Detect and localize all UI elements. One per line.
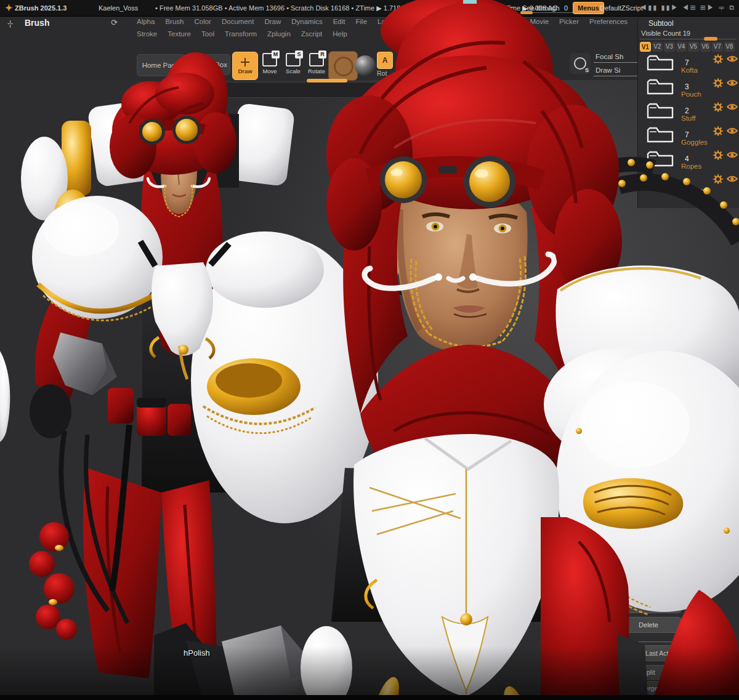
menu-layer[interactable]: Layer bbox=[378, 18, 395, 25]
scale-icon: S bbox=[286, 53, 301, 66]
tab-v3[interactable]: V3 bbox=[664, 42, 675, 52]
refresh-icon[interactable]: ⟳ bbox=[111, 18, 118, 27]
eye-icon[interactable] bbox=[727, 127, 738, 135]
tab-v1[interactable]: V1 bbox=[640, 42, 651, 52]
menu-help[interactable]: Help bbox=[333, 30, 347, 38]
brush-tooltip: hPolish bbox=[184, 648, 210, 658]
menu-picker[interactable]: Picker bbox=[559, 18, 579, 25]
subtool-row-goggles[interactable]: 7 Goggles bbox=[638, 124, 739, 148]
a-toggle-button[interactable]: A bbox=[377, 52, 393, 69]
see-through-slider-handle[interactable] bbox=[520, 11, 533, 14]
del-small-button-1[interactable]: D bbox=[685, 616, 708, 629]
eye-icon[interactable] bbox=[727, 55, 738, 63]
to-h-button[interactable]: To H bbox=[616, 565, 681, 581]
menu-draw[interactable]: Draw bbox=[264, 18, 281, 25]
copy-button[interactable]: Copy bbox=[616, 580, 681, 596]
delete-button[interactable]: Delete bbox=[616, 617, 681, 633]
active-tool-underline bbox=[307, 79, 347, 82]
menu-light[interactable]: Light bbox=[406, 18, 421, 25]
gear-icon[interactable] bbox=[713, 150, 724, 161]
menu-transform[interactable]: Transform bbox=[225, 30, 257, 38]
menu-dynamics[interactable]: Dynamics bbox=[291, 18, 322, 25]
menu-document[interactable]: Document bbox=[222, 18, 254, 25]
menu-brush[interactable]: Brush bbox=[165, 18, 184, 25]
tab-v6[interactable]: V6 bbox=[700, 42, 711, 52]
gear-icon[interactable] bbox=[713, 174, 724, 185]
brush-dial-icon[interactable] bbox=[570, 53, 591, 74]
gear-icon[interactable] bbox=[713, 54, 724, 65]
home-page-button[interactable]: Home Page bbox=[137, 54, 185, 76]
subtool-name: Kofta bbox=[681, 66, 698, 74]
subtool-row-kofta[interactable]: 7 Kofta bbox=[638, 52, 739, 76]
draw-size-slider[interactable]: Draw Si bbox=[596, 66, 639, 74]
rotate-button[interactable]: R Rotate bbox=[305, 53, 328, 74]
subtool-name: Pouch bbox=[681, 91, 701, 98]
draw-button[interactable]: Draw bbox=[232, 52, 258, 80]
zscript-label[interactable]: DefaultZScript bbox=[600, 4, 643, 12]
apply-last-action-button[interactable]: Apply Last Action To All Su bbox=[613, 645, 718, 661]
move-icon: M bbox=[262, 53, 277, 66]
visible-count-slider[interactable] bbox=[640, 39, 737, 39]
menu-macro[interactable]: Macro bbox=[432, 18, 451, 25]
sphere-icon[interactable] bbox=[355, 55, 376, 76]
move-button[interactable]: M Move bbox=[259, 53, 281, 74]
tab-v2[interactable]: V2 bbox=[652, 42, 663, 52]
gear-icon[interactable] bbox=[713, 102, 724, 113]
duplicate-button[interactable]: Duplicate bbox=[616, 597, 681, 613]
menu-movie[interactable]: Movie bbox=[530, 18, 549, 25]
folder-icon bbox=[647, 174, 675, 192]
menu-row-1: Alpha Brush Color Document Draw Dynamics… bbox=[137, 18, 693, 25]
eye-icon[interactable] bbox=[727, 79, 738, 87]
tab-v8[interactable]: V8 bbox=[724, 42, 735, 52]
subtool-row-stuff[interactable]: 2 Stuff bbox=[638, 100, 739, 124]
menu-zscript[interactable]: Zscript bbox=[301, 30, 323, 38]
subtool-panel: Subtool Visible Count 19 V1 V2 V3 V4 V5 … bbox=[637, 16, 739, 208]
focal-shift-slider[interactable]: Focal Sh bbox=[596, 53, 639, 60]
quicksave-button[interactable]: QuickSave bbox=[479, 4, 512, 12]
window-control-icons[interactable]: ◀▮▮ ▮▮▶ ◀⊞ ⊞▶ ᆕ ⧉ bbox=[640, 3, 735, 12]
eye-icon[interactable] bbox=[727, 103, 738, 111]
merge-button[interactable]: Merge bbox=[616, 681, 681, 696]
gear-icon[interactable] bbox=[713, 126, 724, 137]
menu-file[interactable]: File bbox=[356, 18, 368, 25]
menu-tool[interactable]: Tool bbox=[201, 30, 214, 38]
status-bar: ✦ ZBrush 2025.1.3 Kaelen_Voss • Free Mem… bbox=[0, 0, 739, 17]
subtool-name: Spheres bbox=[681, 187, 708, 194]
panel-title: Brush bbox=[25, 18, 49, 28]
scale-button[interactable]: S Scale bbox=[282, 53, 304, 74]
menu-stroke[interactable]: Stroke bbox=[137, 30, 157, 38]
subtool-tabs: V1 V2 V3 V4 V5 V6 V7 V8 bbox=[640, 42, 735, 52]
app-title: ZBrush 2025.1.3 bbox=[15, 4, 67, 12]
subtool-row-spheres[interactable]: Spheres bbox=[638, 172, 739, 196]
menu-zplugin[interactable]: Zplugin bbox=[267, 30, 291, 38]
menu-material[interactable]: Material bbox=[495, 18, 520, 25]
gear-icon[interactable] bbox=[713, 78, 724, 89]
project-name: Kaelen_Voss bbox=[99, 4, 138, 12]
menu-texture[interactable]: Texture bbox=[168, 30, 191, 38]
zbrush-window: ✦ ZBrush 2025.1.3 Kaelen_Voss • Free Mem… bbox=[0, 0, 739, 700]
subtool-row-pouch[interactable]: 3 Pouch bbox=[638, 76, 739, 100]
menu-color[interactable]: Color bbox=[194, 18, 211, 25]
tab-v4[interactable]: V4 bbox=[676, 42, 687, 52]
menu-alpha[interactable]: Alpha bbox=[137, 18, 155, 25]
menu-edit[interactable]: Edit bbox=[333, 18, 345, 25]
tab-v7[interactable]: V7 bbox=[712, 42, 723, 52]
split-button[interactable]: Split bbox=[616, 665, 681, 680]
focal-shift-track[interactable] bbox=[594, 62, 638, 63]
eye-icon[interactable] bbox=[727, 175, 738, 183]
lightbox-button[interactable]: LightBox bbox=[186, 54, 230, 75]
visible-count-handle[interactable] bbox=[704, 37, 717, 41]
folder-icon bbox=[647, 78, 675, 96]
a-toggle-label: Rot bbox=[377, 70, 387, 77]
draw-size-track[interactable] bbox=[594, 76, 638, 76]
eye-icon[interactable] bbox=[727, 151, 738, 159]
folder-icon bbox=[647, 126, 675, 144]
material-button[interactable] bbox=[328, 51, 358, 81]
menu-marker[interactable]: Marker bbox=[462, 18, 484, 25]
dock-crosshair-icon[interactable]: -¦- bbox=[7, 19, 21, 26]
menu-preferences[interactable]: Preferences bbox=[589, 18, 628, 25]
tab-v5[interactable]: V5 bbox=[688, 42, 699, 52]
subtool-row-ropes[interactable]: 4 Ropes bbox=[638, 148, 739, 172]
visible-count: Visible Count 19 bbox=[641, 30, 690, 37]
subtool-name: Stuff bbox=[681, 115, 695, 122]
